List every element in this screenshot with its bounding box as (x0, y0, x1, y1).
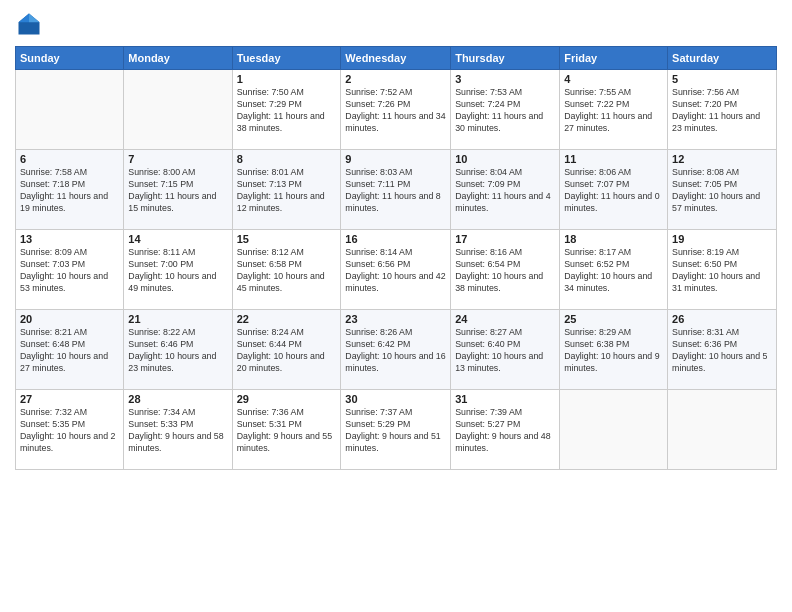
calendar-cell: 7Sunrise: 8:00 AM Sunset: 7:15 PM Daylig… (124, 150, 232, 230)
calendar-cell: 17Sunrise: 8:16 AM Sunset: 6:54 PM Dayli… (451, 230, 560, 310)
day-info: Sunrise: 8:00 AM Sunset: 7:15 PM Dayligh… (128, 167, 227, 215)
day-number: 13 (20, 233, 119, 245)
day-number: 23 (345, 313, 446, 325)
calendar-cell: 30Sunrise: 7:37 AM Sunset: 5:29 PM Dayli… (341, 390, 451, 470)
calendar-header-row: SundayMondayTuesdayWednesdayThursdayFrid… (16, 47, 777, 70)
calendar-cell: 23Sunrise: 8:26 AM Sunset: 6:42 PM Dayli… (341, 310, 451, 390)
day-info: Sunrise: 7:55 AM Sunset: 7:22 PM Dayligh… (564, 87, 663, 135)
day-number: 27 (20, 393, 119, 405)
calendar-cell: 12Sunrise: 8:08 AM Sunset: 7:05 PM Dayli… (668, 150, 777, 230)
day-info: Sunrise: 8:01 AM Sunset: 7:13 PM Dayligh… (237, 167, 337, 215)
logo-icon (15, 10, 43, 38)
calendar-cell: 8Sunrise: 8:01 AM Sunset: 7:13 PM Daylig… (232, 150, 341, 230)
calendar-cell: 14Sunrise: 8:11 AM Sunset: 7:00 PM Dayli… (124, 230, 232, 310)
calendar-cell: 16Sunrise: 8:14 AM Sunset: 6:56 PM Dayli… (341, 230, 451, 310)
day-info: Sunrise: 8:09 AM Sunset: 7:03 PM Dayligh… (20, 247, 119, 295)
calendar-week-row: 20Sunrise: 8:21 AM Sunset: 6:48 PM Dayli… (16, 310, 777, 390)
day-number: 17 (455, 233, 555, 245)
day-info: Sunrise: 8:24 AM Sunset: 6:44 PM Dayligh… (237, 327, 337, 375)
day-number: 22 (237, 313, 337, 325)
day-info: Sunrise: 8:08 AM Sunset: 7:05 PM Dayligh… (672, 167, 772, 215)
day-number: 16 (345, 233, 446, 245)
calendar-cell: 4Sunrise: 7:55 AM Sunset: 7:22 PM Daylig… (560, 70, 668, 150)
day-info: Sunrise: 8:22 AM Sunset: 6:46 PM Dayligh… (128, 327, 227, 375)
day-number: 7 (128, 153, 227, 165)
svg-marker-1 (29, 14, 40, 23)
calendar-cell (560, 390, 668, 470)
day-info: Sunrise: 7:32 AM Sunset: 5:35 PM Dayligh… (20, 407, 119, 455)
day-of-week-header: Sunday (16, 47, 124, 70)
day-info: Sunrise: 8:17 AM Sunset: 6:52 PM Dayligh… (564, 247, 663, 295)
day-info: Sunrise: 7:39 AM Sunset: 5:27 PM Dayligh… (455, 407, 555, 455)
day-number: 8 (237, 153, 337, 165)
day-info: Sunrise: 7:53 AM Sunset: 7:24 PM Dayligh… (455, 87, 555, 135)
day-number: 31 (455, 393, 555, 405)
day-number: 14 (128, 233, 227, 245)
page: SundayMondayTuesdayWednesdayThursdayFrid… (0, 0, 792, 612)
day-of-week-header: Thursday (451, 47, 560, 70)
calendar-week-row: 1Sunrise: 7:50 AM Sunset: 7:29 PM Daylig… (16, 70, 777, 150)
day-number: 20 (20, 313, 119, 325)
day-info: Sunrise: 8:29 AM Sunset: 6:38 PM Dayligh… (564, 327, 663, 375)
calendar-week-row: 6Sunrise: 7:58 AM Sunset: 7:18 PM Daylig… (16, 150, 777, 230)
day-number: 25 (564, 313, 663, 325)
day-of-week-header: Friday (560, 47, 668, 70)
calendar-cell: 2Sunrise: 7:52 AM Sunset: 7:26 PM Daylig… (341, 70, 451, 150)
day-number: 6 (20, 153, 119, 165)
day-number: 9 (345, 153, 446, 165)
day-number: 1 (237, 73, 337, 85)
day-number: 4 (564, 73, 663, 85)
calendar-cell (668, 390, 777, 470)
calendar-cell: 13Sunrise: 8:09 AM Sunset: 7:03 PM Dayli… (16, 230, 124, 310)
calendar-cell: 10Sunrise: 8:04 AM Sunset: 7:09 PM Dayli… (451, 150, 560, 230)
day-number: 10 (455, 153, 555, 165)
day-info: Sunrise: 7:52 AM Sunset: 7:26 PM Dayligh… (345, 87, 446, 135)
day-of-week-header: Saturday (668, 47, 777, 70)
day-info: Sunrise: 8:11 AM Sunset: 7:00 PM Dayligh… (128, 247, 227, 295)
calendar-cell: 26Sunrise: 8:31 AM Sunset: 6:36 PM Dayli… (668, 310, 777, 390)
calendar-cell: 28Sunrise: 7:34 AM Sunset: 5:33 PM Dayli… (124, 390, 232, 470)
day-info: Sunrise: 8:03 AM Sunset: 7:11 PM Dayligh… (345, 167, 446, 215)
day-info: Sunrise: 8:31 AM Sunset: 6:36 PM Dayligh… (672, 327, 772, 375)
day-of-week-header: Wednesday (341, 47, 451, 70)
calendar-cell: 15Sunrise: 8:12 AM Sunset: 6:58 PM Dayli… (232, 230, 341, 310)
day-number: 24 (455, 313, 555, 325)
calendar-week-row: 27Sunrise: 7:32 AM Sunset: 5:35 PM Dayli… (16, 390, 777, 470)
header (15, 10, 777, 38)
day-number: 11 (564, 153, 663, 165)
day-info: Sunrise: 8:19 AM Sunset: 6:50 PM Dayligh… (672, 247, 772, 295)
day-info: Sunrise: 8:21 AM Sunset: 6:48 PM Dayligh… (20, 327, 119, 375)
calendar-cell (16, 70, 124, 150)
calendar-cell (124, 70, 232, 150)
logo (15, 10, 47, 38)
calendar-cell: 19Sunrise: 8:19 AM Sunset: 6:50 PM Dayli… (668, 230, 777, 310)
day-number: 18 (564, 233, 663, 245)
calendar-cell: 11Sunrise: 8:06 AM Sunset: 7:07 PM Dayli… (560, 150, 668, 230)
calendar-cell: 22Sunrise: 8:24 AM Sunset: 6:44 PM Dayli… (232, 310, 341, 390)
day-number: 15 (237, 233, 337, 245)
calendar-cell: 18Sunrise: 8:17 AM Sunset: 6:52 PM Dayli… (560, 230, 668, 310)
day-info: Sunrise: 8:06 AM Sunset: 7:07 PM Dayligh… (564, 167, 663, 215)
calendar-cell: 5Sunrise: 7:56 AM Sunset: 7:20 PM Daylig… (668, 70, 777, 150)
day-number: 28 (128, 393, 227, 405)
day-info: Sunrise: 8:12 AM Sunset: 6:58 PM Dayligh… (237, 247, 337, 295)
day-info: Sunrise: 8:26 AM Sunset: 6:42 PM Dayligh… (345, 327, 446, 375)
calendar-cell: 31Sunrise: 7:39 AM Sunset: 5:27 PM Dayli… (451, 390, 560, 470)
calendar-cell: 1Sunrise: 7:50 AM Sunset: 7:29 PM Daylig… (232, 70, 341, 150)
day-info: Sunrise: 8:14 AM Sunset: 6:56 PM Dayligh… (345, 247, 446, 295)
day-info: Sunrise: 7:50 AM Sunset: 7:29 PM Dayligh… (237, 87, 337, 135)
day-number: 30 (345, 393, 446, 405)
day-of-week-header: Monday (124, 47, 232, 70)
calendar-cell: 3Sunrise: 7:53 AM Sunset: 7:24 PM Daylig… (451, 70, 560, 150)
svg-marker-2 (19, 14, 30, 23)
day-info: Sunrise: 8:27 AM Sunset: 6:40 PM Dayligh… (455, 327, 555, 375)
calendar-cell: 24Sunrise: 8:27 AM Sunset: 6:40 PM Dayli… (451, 310, 560, 390)
day-info: Sunrise: 8:16 AM Sunset: 6:54 PM Dayligh… (455, 247, 555, 295)
day-info: Sunrise: 7:34 AM Sunset: 5:33 PM Dayligh… (128, 407, 227, 455)
day-number: 2 (345, 73, 446, 85)
day-number: 19 (672, 233, 772, 245)
calendar-cell: 21Sunrise: 8:22 AM Sunset: 6:46 PM Dayli… (124, 310, 232, 390)
day-info: Sunrise: 7:56 AM Sunset: 7:20 PM Dayligh… (672, 87, 772, 135)
day-info: Sunrise: 7:36 AM Sunset: 5:31 PM Dayligh… (237, 407, 337, 455)
calendar: SundayMondayTuesdayWednesdayThursdayFrid… (15, 46, 777, 470)
